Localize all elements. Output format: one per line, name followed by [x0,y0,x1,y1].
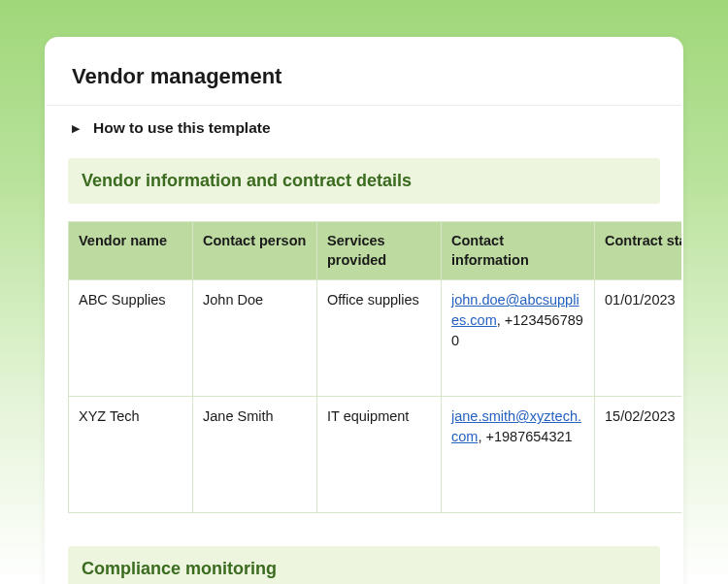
section-header-vendor-info: Vendor information and contract details [68,158,660,204]
cell-contract-start: 01/01/2023 [595,280,682,397]
document-card: Vendor management ▶ How to use this temp… [45,37,683,584]
separator: , [497,312,505,328]
cell-contact-info: jane.smith@xyztech.com, +1987654321 [442,397,595,513]
cell-contract-start: 15/02/2023 [595,397,682,513]
section-title: Vendor information and contract details [82,171,646,191]
section-header-compliance: Compliance monitoring [68,546,660,584]
howto-label: How to use this template [93,119,271,137]
table-row: ABC Supplies John Doe Office supplies jo… [69,280,682,397]
cell-vendor-name: XYZ Tech [69,397,193,513]
cell-vendor-name: ABC Supplies [69,280,193,397]
th-contract-start: Contract start date [595,222,682,280]
cell-contact-person: Jane Smith [193,397,317,513]
cell-services: Office supplies [317,280,442,397]
howto-toggle[interactable]: ▶ How to use this template [47,119,681,158]
cell-services: IT equipment [317,397,442,513]
phone-text: +1987654321 [485,429,572,444]
th-services: Services provided [317,222,442,280]
vendor-table-wrap: Vendor name Contact person Services prov… [68,221,681,513]
vendor-table: Vendor name Contact person Services prov… [68,221,681,513]
table-header-row: Vendor name Contact person Services prov… [69,222,682,280]
caret-right-icon: ▶ [72,123,80,134]
section-title: Compliance monitoring [82,559,646,579]
page-title: Vendor management [47,60,681,105]
cell-contact-person: John Doe [193,280,317,397]
divider [47,105,681,106]
th-contact-person: Contact person [193,222,317,280]
th-vendor-name: Vendor name [69,222,193,280]
th-contact-info: Contact information [442,222,595,280]
cell-contact-info: john.doe@abcsupplies.com, +1234567890 [442,280,595,397]
table-row: XYZ Tech Jane Smith IT equipment jane.sm… [69,397,682,513]
